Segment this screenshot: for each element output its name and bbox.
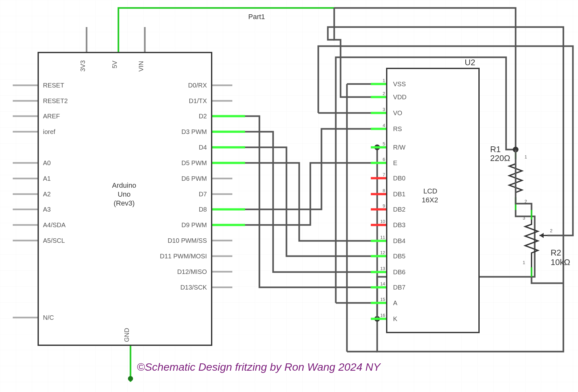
pin-d6: D6 PWM (181, 175, 207, 182)
pin-a5: A5/SCL (43, 237, 65, 244)
r1-val: 220Ω (490, 153, 510, 163)
pin-d1: D1/TX (189, 97, 207, 104)
r2-pin1: 1 (523, 260, 525, 265)
lcd-ref: U2 (465, 58, 475, 67)
pin-a1: A1 (43, 175, 51, 182)
pin-d13: D13/SCK (180, 284, 207, 291)
pin-a0: A0 (43, 159, 51, 166)
lcd-block: U2 LCD 16X2 VSS VDD VO RS R/W E DB0 DB1 … (380, 58, 479, 332)
lcd-pin-a: A (393, 299, 398, 306)
pin-reset: RESET (43, 82, 64, 89)
pin-d10: D10 PWM/SS (168, 237, 207, 244)
r1-pin1: 1 (525, 154, 527, 159)
r2-val: 10kΩ (551, 257, 570, 267)
pin-5v: 5V (111, 60, 118, 68)
svg-rect-51 (38, 52, 212, 345)
lcd-num-12: 12 (380, 250, 385, 255)
lcd-num-11: 11 (380, 235, 385, 240)
pin-nc: N/C (43, 314, 54, 321)
svg-point-4 (128, 376, 133, 381)
lcd-num-4: 4 (383, 123, 385, 128)
pin-vin: VIN (137, 61, 144, 72)
arduino-title1: Arduino (112, 181, 136, 189)
lcd-pin-db7: DB7 (393, 284, 405, 291)
lcd-pin-vss: VSS (393, 80, 406, 88)
pin-aref: AREF (43, 113, 60, 120)
part-label: Part1 (248, 13, 265, 21)
lcd-pin-rs: RS (393, 125, 402, 132)
lcd-num-2: 2 (383, 91, 385, 96)
lcd-pin-db0: DB0 (393, 175, 405, 182)
lcd-num-6: 6 (383, 157, 385, 162)
pin-d2: D2 (199, 113, 207, 120)
lcd-pin-db1: DB1 (393, 191, 405, 198)
lcd-pin-db2: DB2 (393, 206, 405, 213)
arduino-block: Arduino Uno (Rev3) RESET RESET2 AREF ior… (38, 52, 212, 345)
r2-pin2: 2 (550, 228, 553, 233)
pin-d11: D11 PWM/MOSI (160, 253, 207, 260)
lcd-num-7: 7 (383, 172, 385, 177)
lcd-pin-rw: R/W (393, 144, 405, 151)
r2-ref: R2 (551, 248, 561, 257)
pin-3v3: 3V3 (79, 60, 86, 72)
lcd-num-1: 1 (383, 78, 385, 83)
lcd-num-16: 16 (380, 313, 385, 318)
lcd-num-15: 15 (380, 297, 385, 302)
lcd-pin-db5: DB5 (393, 253, 405, 260)
pin-d5: D5 PWM (181, 159, 207, 166)
lcd-type1: LCD (423, 187, 437, 195)
pin-ioref: ioref (43, 128, 55, 135)
lcd-num-8: 8 (383, 188, 385, 193)
schematic-canvas: Arduino Uno (Rev3) RESET RESET2 AREF ior… (0, 0, 578, 392)
pin-d12: D12/MISO (177, 268, 207, 275)
pin-a2: A2 (43, 191, 51, 198)
pin-d8: D8 (199, 206, 207, 213)
lcd-pin-db6: DB6 (393, 269, 405, 276)
lcd-num-10: 10 (380, 219, 385, 224)
lcd-pin-db3: DB3 (393, 221, 405, 228)
r2-pin3: 3 (523, 215, 525, 220)
lcd-pin-vo: VO (393, 109, 402, 116)
lcd-num-13: 13 (380, 266, 385, 271)
pin-d3: D3 PWM (181, 128, 207, 135)
arduino-title2: Uno (118, 190, 130, 198)
pin-reset2: RESET2 (43, 97, 68, 104)
lcd-pin-e: E (393, 159, 397, 166)
lcd-pin-k: K (393, 315, 398, 322)
pin-gnd: GND (123, 328, 130, 342)
lcd-pin-db4: DB4 (393, 237, 405, 244)
r1-ref: R1 (490, 144, 501, 154)
caption: ©Schematic Design fritzing by Ron Wang 2… (137, 361, 381, 373)
pin-d7: D7 (199, 191, 207, 198)
pin-d9: D9 PWM (181, 221, 207, 228)
arduino-title3: (Rev3) (114, 199, 135, 207)
lcd-type2: 16X2 (422, 196, 438, 204)
lcd-num-5: 5 (383, 141, 385, 146)
pin-a4: A4/SDA (43, 221, 66, 228)
lcd-num-14: 14 (380, 281, 385, 286)
lcd-num-3: 3 (383, 107, 385, 112)
pin-a3: A3 (43, 206, 51, 213)
lcd-num-9: 9 (383, 203, 385, 208)
pin-d0: D0/RX (188, 82, 207, 89)
lcd-pin-vdd: VDD (393, 94, 406, 101)
pin-d4: D4 (199, 144, 207, 151)
